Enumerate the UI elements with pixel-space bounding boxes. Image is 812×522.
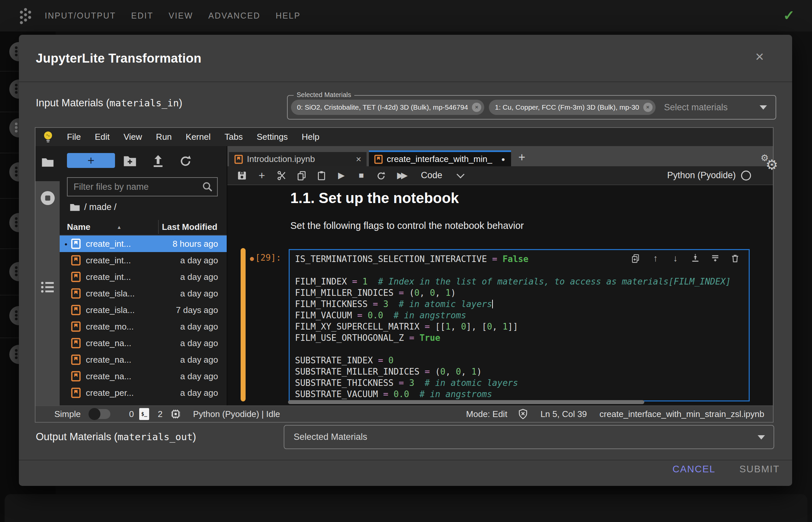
chip-delete-icon[interactable]: × bbox=[472, 103, 481, 112]
material-chips: 0: SiO2, Cristobalite, TET (I-42d) 3D (B… bbox=[291, 100, 660, 115]
selected-materials-multiselect[interactable]: Selected Materials 0: SiO2, Cristobalite… bbox=[287, 95, 776, 120]
column-name[interactable]: Name bbox=[67, 222, 91, 232]
search-icon bbox=[202, 181, 213, 193]
menu-edit[interactable]: EDIT bbox=[123, 11, 161, 21]
running-sessions-icon[interactable] bbox=[40, 190, 55, 206]
filebrowser-tab-active[interactable] bbox=[36, 146, 60, 181]
chevron-down-icon[interactable] bbox=[760, 105, 767, 109]
output-materials-label: Output Materials (materials_out) bbox=[36, 431, 196, 443]
widget-settings-button[interactable]: ⚙ ⚙ bbox=[761, 153, 778, 172]
table-of-contents-icon[interactable] bbox=[40, 281, 55, 294]
run-all-icon[interactable]: ▶▶ bbox=[396, 170, 409, 181]
cut-cells-icon[interactable] bbox=[276, 170, 287, 181]
tab-bar: Introduction.ipynb × create_interface_wi… bbox=[227, 146, 773, 166]
material-chip[interactable]: 1: Cu, Copper, FCC (Fm-3m) 3D (Bulk), mp… bbox=[489, 100, 655, 115]
simple-mode-toggle[interactable] bbox=[89, 409, 110, 419]
kernel-name[interactable]: Python (Pyodide) bbox=[667, 170, 736, 181]
file-row[interactable]: ● create_na... a day ago bbox=[60, 335, 227, 352]
file-row[interactable]: ● create_mo... a day ago bbox=[60, 318, 227, 335]
cell-collapser[interactable] bbox=[240, 248, 246, 401]
trust-shield-icon[interactable] bbox=[518, 409, 528, 419]
column-last-modified[interactable]: Last Modified bbox=[162, 222, 217, 232]
tab-create-interface[interactable]: create_interface_with_min_ ● bbox=[369, 150, 511, 166]
restart-kernel-icon[interactable] bbox=[376, 170, 386, 181]
new-launcher-button[interactable]: + bbox=[67, 153, 115, 168]
jupyter-menu-edit[interactable]: Edit bbox=[88, 132, 117, 142]
jupyter-menu-help[interactable]: Help bbox=[295, 132, 326, 142]
file-row[interactable]: ● create_na... a day ago bbox=[60, 368, 227, 384]
run-cell-icon[interactable]: ▶ bbox=[336, 170, 347, 181]
menu-advanced[interactable]: ADVANCED bbox=[201, 11, 268, 21]
upload-icon[interactable] bbox=[152, 154, 165, 167]
duplicate-cell-icon[interactable] bbox=[631, 254, 641, 263]
paste-cells-icon[interactable] bbox=[316, 170, 327, 181]
stop-kernel-icon[interactable]: ■ bbox=[356, 170, 367, 181]
output-materials-select[interactable]: Selected Materials bbox=[284, 425, 774, 449]
cell-type-select[interactable]: Code bbox=[421, 170, 442, 181]
material-chip[interactable]: 0: SiO2, Cristobalite, TET (I-42d) 3D (B… bbox=[291, 100, 484, 115]
tab-introduction[interactable]: Introduction.ipynb × bbox=[229, 152, 367, 166]
add-tab-icon[interactable]: + bbox=[518, 150, 525, 164]
notebook-content[interactable]: 1.1. Set up the notebook Set the followi… bbox=[227, 185, 773, 405]
kernel-count[interactable]: 2 bbox=[158, 409, 162, 419]
delete-cell-icon[interactable] bbox=[730, 254, 740, 263]
file-row[interactable]: ● create_isla... a day ago bbox=[60, 285, 227, 302]
kernel-status-text[interactable]: Python (Pyodide) | Idle bbox=[193, 409, 280, 419]
chevron-down-icon[interactable] bbox=[758, 435, 765, 440]
folder-icon[interactable] bbox=[41, 157, 54, 167]
jupyter-menu-settings[interactable]: Settings bbox=[250, 132, 295, 142]
file-list: ● create_int... 8 hours ago ● create_int… bbox=[60, 236, 227, 401]
jupyter-menu-tabs[interactable]: Tabs bbox=[217, 132, 250, 142]
jupyter-menu-run[interactable]: Run bbox=[149, 132, 179, 142]
file-row[interactable]: ● create_na... a day ago bbox=[60, 352, 227, 368]
file-modified: a day ago bbox=[180, 371, 218, 382]
column-divider bbox=[158, 220, 159, 234]
save-icon[interactable] bbox=[237, 170, 247, 181]
terminal-icon[interactable]: $_ bbox=[139, 408, 149, 420]
tab-close-icon[interactable]: × bbox=[356, 154, 361, 165]
breadcrumb-path[interactable]: / made / bbox=[84, 202, 117, 212]
cancel-button[interactable]: CANCEL bbox=[671, 463, 718, 475]
kernel-chip-icon[interactable] bbox=[170, 409, 181, 419]
file-modified: a day ago bbox=[180, 288, 218, 299]
insert-cell-below-icon[interactable] bbox=[710, 254, 720, 263]
new-folder-icon[interactable] bbox=[123, 154, 137, 167]
chip-delete-icon[interactable]: × bbox=[643, 103, 653, 112]
code-cell[interactable]: IS_TERMINATIONS_SELECTION_INTERACTIVE = … bbox=[289, 249, 750, 401]
horizontal-scrollbar-thumb[interactable] bbox=[288, 400, 644, 404]
terminal-count[interactable]: 0 bbox=[129, 409, 134, 419]
code-editor[interactable]: IS_TERMINATIONS_SELECTION_INTERACTIVE = … bbox=[290, 250, 749, 401]
move-cell-down-icon[interactable]: ↓ bbox=[671, 254, 680, 263]
sort-asc-icon[interactable]: ▲ bbox=[117, 224, 122, 230]
markdown-paragraph: Set the following flags to control the n… bbox=[290, 220, 524, 231]
insert-cell-above-icon[interactable] bbox=[690, 254, 700, 263]
app-logo-icon[interactable] bbox=[17, 7, 35, 24]
menu-view[interactable]: VIEW bbox=[161, 11, 201, 21]
chevron-down-icon[interactable] bbox=[457, 170, 464, 178]
menu-help[interactable]: HELP bbox=[268, 11, 308, 21]
jupyter-menu-file[interactable]: File bbox=[60, 132, 88, 142]
refresh-icon[interactable] bbox=[179, 154, 192, 167]
file-row[interactable]: ● create_int... a day ago bbox=[60, 252, 227, 268]
jupyter-menu-kernel[interactable]: Kernel bbox=[179, 132, 217, 142]
file-row[interactable]: ● create_int... 8 hours ago bbox=[60, 236, 227, 252]
filter-files-input[interactable] bbox=[73, 181, 202, 193]
jupyter-menu-view[interactable]: View bbox=[117, 132, 149, 142]
selected-materials-legend: Selected Materials bbox=[294, 91, 354, 99]
copy-cells-icon[interactable] bbox=[296, 170, 307, 181]
file-name: create_isla... bbox=[86, 288, 135, 299]
submit-button[interactable]: SUBMIT bbox=[737, 463, 782, 475]
file-modified: a day ago bbox=[180, 272, 218, 282]
kernel-status-icon[interactable] bbox=[741, 170, 751, 181]
breadcrumb[interactable]: / made / bbox=[70, 200, 117, 214]
jupyter-menu: File Edit View Run Kernel Tabs Settings … bbox=[60, 132, 326, 142]
mode-indicator[interactable]: Mode: Edit bbox=[466, 409, 507, 419]
cursor-position[interactable]: Ln 5, Col 39 bbox=[541, 409, 587, 419]
file-row[interactable]: ● create_isla... 7 days ago bbox=[60, 302, 227, 318]
menu-input-output[interactable]: INPUT/OUTPUT bbox=[37, 11, 123, 21]
file-row[interactable]: ● create_int... a day ago bbox=[60, 268, 227, 285]
close-icon[interactable]: × bbox=[755, 49, 764, 64]
file-row[interactable]: ● create_per... a day ago bbox=[60, 384, 227, 401]
insert-cell-icon[interactable]: + bbox=[256, 170, 267, 181]
move-cell-up-icon[interactable]: ↑ bbox=[651, 254, 660, 263]
